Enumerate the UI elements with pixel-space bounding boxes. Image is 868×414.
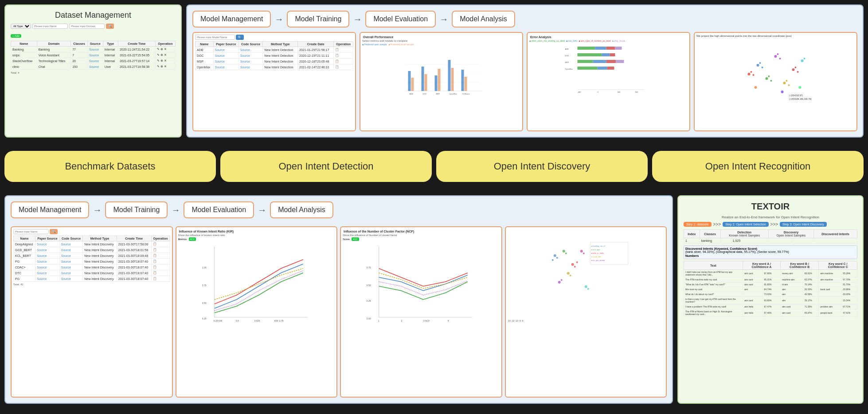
svg-point-88 [556,257,558,259]
table-row: The ATM at Morris bank on High St. Kensi… [684,309,857,317]
step-2-intent-selection[interactable]: Step 2: Open Intent Selection [723,222,768,227]
svg-text:1.00: 1.00 [202,266,206,269]
svg-text:0.50: 0.50 [367,284,371,287]
discovered-note: (bank store, 94.33%), (Geographical data… [685,250,856,253]
bottom-step-model-training[interactable]: Model Training [105,201,168,218]
bottom-step-model-analysis[interactable]: Model Analysis [270,201,333,218]
error-chart-svg: ADB DOC MSP OpenMa [529,43,688,96]
textoir-title: TEXTOIR [684,201,857,212]
middle-section: Benchmark Datasets Open Intent Detection… [0,138,868,195]
svg-text:● ann_type: ● ann_type [591,248,600,251]
kir-subtitle: Show the influence of known intent ratio [178,234,335,237]
svg-text:0.625: 0.625 [254,319,260,322]
svg-text:OpenMax: OpenMax [565,68,573,70]
svg-point-64 [799,86,802,89]
svg-point-49 [768,75,770,77]
scatter-description: We project the high-dimensional points i… [696,35,855,37]
mm-search-input[interactable] [195,35,235,40]
svg-rect-36 [607,67,614,70]
overall-performance-subbox: Overall Performance Select metrics and m… [360,32,523,131]
arrow-2: → [353,14,362,24]
svg-text:● do_you_accept: ● do_you_accept [591,259,605,261]
ncf-title: Influence of the Number of Cluster Facto… [343,229,500,234]
arrow-3: → [439,14,448,24]
bottom-model-table: Name Paper Source Code Source Method Typ… [13,236,170,282]
svg-rect-8 [435,75,438,91]
svg-point-55 [786,80,788,82]
table-row: Mm took my card atm84.74% atm20.33% bank… [684,287,857,292]
svg-text:MSP: MSP [565,61,569,63]
ncf-chart-svg: 0.00 0.25 0.50 0.75 1 2 3 NCF 4 [343,242,500,331]
pipeline-step-model-training[interactable]: Model Training [287,11,349,28]
ncf-controls: Score: ACC [343,237,500,241]
svg-point-101 [584,285,587,288]
svg-rect-4 [408,71,411,91]
svg-text:DOC: DOC [565,55,569,57]
search-button[interactable]: 🔍 [106,24,114,29]
svg-point-54 [783,82,786,84]
add-button[interactable]: + Add [11,34,21,38]
table-row: Is there a way I can get my ATM card bac… [684,297,857,304]
svg-text:KIR: 0.75: KIR: 0.75 [274,319,283,322]
svg-text:ADB: ADB [410,93,414,95]
name-input[interactable] [32,24,68,29]
step-3-intent-discovery[interactable]: Step 3: Open Intent Discovery [780,222,826,227]
pipeline-step-model-analysis[interactable]: Model Analysis [452,11,515,28]
kir-chart-subbox: Influence of Known Intent Ratio (KIR) Sh… [176,226,338,398]
pipeline-step-model-evaluation[interactable]: Model Evaluation [365,11,436,28]
category-benchmark[interactable]: Benchmark Datasets [4,151,216,182]
svg-rect-9 [438,69,441,91]
svg-point-60 [801,59,804,62]
category-discovery[interactable]: Open Intent Discovery [436,151,648,182]
textoir-top-table: Index Classes DetectionKnown Intent Samp… [684,229,857,244]
svg-rect-7 [425,74,427,91]
table-row: "What do I do if an ATM "eats" my card?"… [684,282,857,287]
ncf-score-btn[interactable]: ACC [352,237,359,241]
performance-subtitle: Select metrics and models to compare [362,39,520,42]
bottom-table-total: Total: 41 [13,283,170,286]
svg-point-96 [569,275,571,276]
svg-point-87 [553,254,556,257]
svg-rect-29 [578,60,593,63]
kir-metric-btn[interactable]: ACC [189,237,196,241]
svg-point-53 [779,58,781,59]
table-row: OpenMax Source Source New Intent Detecti… [195,64,353,70]
svg-rect-12 [461,70,464,91]
svg-point-45 [757,64,759,67]
col-createtime: Create Time [118,41,155,47]
svg-point-52 [777,53,779,55]
svg-text:(-1354310.97): (-1354310.97) [789,94,803,97]
bottom-mm-search[interactable] [13,229,49,234]
svg-text:0.50: 0.50 [202,302,206,304]
mm-search-btn[interactable]: 🔍 [236,35,244,40]
bottom-pipeline-content: 🔍 Name Paper Source Code Source Method T… [11,226,667,398]
performance-chart: ADB DOC MSP OpenMax K-Means [362,47,520,100]
category-detection[interactable]: Open Intent Detection [220,151,432,182]
svg-rect-20 [578,47,595,50]
domain-input[interactable] [69,24,105,29]
svg-text:0.75: 0.75 [202,284,206,287]
bottom-mm-search-btn[interactable]: 🔍 [50,229,58,234]
category-recognition[interactable]: Open Intent Recognition [652,151,864,182]
step-1-datasets[interactable]: Step 1: datasets [684,222,712,227]
error-legend: ■ other_seen_not_sharing_up_label ■ oos_… [529,39,688,42]
svg-text:K-Means: K-Means [463,93,470,95]
svg-text:(-1354196.156,190.79): (-1354196.156,190.79) [789,98,812,100]
table-row: DTC Source Source New Intent Discovery 2… [14,270,170,276]
table-row: MSP Source Source New Intent Detection 2… [195,59,353,64]
svg-point-57 [792,68,795,71]
svg-text:● small_talk: ● small_talk [591,256,600,258]
pipeline-step-model-management[interactable]: Model Management [192,11,271,28]
svg-point-90 [562,250,565,252]
svg-text:800: 800 [635,91,638,93]
bottom-step-model-management[interactable]: Model Management [11,201,89,218]
svg-text:400: 400 [618,91,621,93]
svg-rect-25 [578,53,602,56]
bottom-step-model-evaluation[interactable]: Model Evaluation [184,201,254,218]
svg-point-102 [587,288,589,290]
type-select[interactable]: All Type [11,24,31,29]
svg-point-62 [755,86,757,89]
svg-point-46 [759,62,761,64]
svg-point-59 [797,71,799,73]
svg-text:2: 2 [401,319,403,322]
